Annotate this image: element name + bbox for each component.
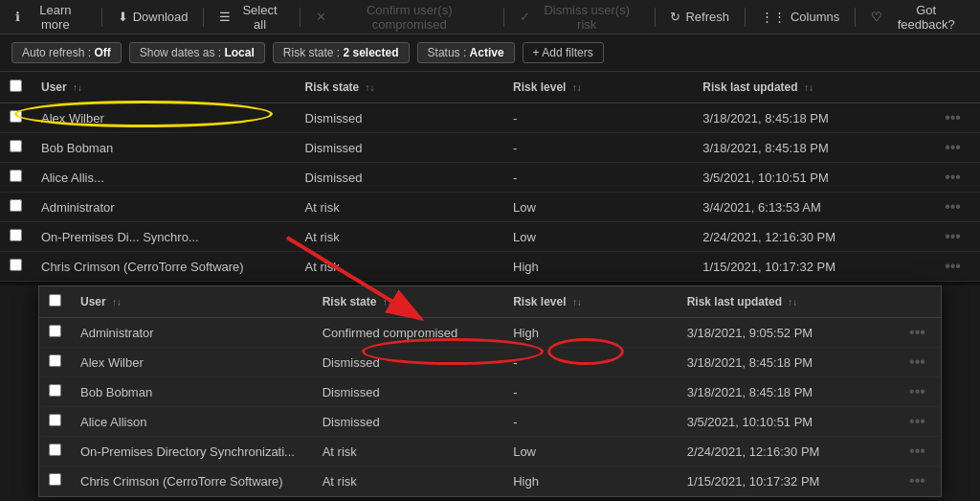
- lower-row-actions-button-1[interactable]: •••: [905, 353, 929, 371]
- lower-table-row[interactable]: Bob Bobman Dismissed - 3/18/2021, 8:45:1…: [39, 377, 941, 407]
- cell-risk-state: Dismissed: [296, 163, 504, 193]
- lower-cell-risk-last-updated: 3/18/2021, 8:45:18 PM: [678, 348, 896, 377]
- cell-risk-state: At risk: [296, 252, 504, 282]
- header-risk-level[interactable]: Risk level ↑↓: [503, 72, 693, 103]
- row-actions-button-1[interactable]: •••: [941, 139, 965, 156]
- lower-cell-actions: •••: [896, 437, 941, 467]
- cell-risk-level: -: [503, 163, 693, 193]
- row-checkbox-5[interactable]: [10, 259, 22, 271]
- lower-row-checkbox-2[interactable]: [49, 384, 61, 397]
- lower-table-row[interactable]: Alex Wilber Dismissed - 3/18/2021, 8:45:…: [39, 348, 941, 377]
- upper-table: User ↑↓ Risk state ↑↓ Risk level ↑↓ Risk…: [0, 72, 980, 282]
- lower-select-all-checkbox[interactable]: [49, 294, 61, 307]
- lower-cell-risk-last-updated: 3/18/2021, 8:45:18 PM: [678, 377, 896, 407]
- row-actions-button-0[interactable]: •••: [941, 109, 965, 126]
- lower-cell-risk-state: Dismissed: [313, 377, 503, 407]
- download-button[interactable]: ⬇ Download: [110, 6, 196, 28]
- lower-header-user[interactable]: User ↑↓: [71, 286, 313, 318]
- lower-risk-updated-sort-icon: ↑↓: [788, 297, 797, 307]
- cell-actions: •••: [931, 222, 980, 252]
- row-actions-button-3[interactable]: •••: [941, 198, 965, 216]
- show-dates-filter[interactable]: Show dates as : Local: [129, 42, 265, 63]
- select-all-checkbox[interactable]: [10, 80, 22, 92]
- select-all-button[interactable]: ☰ Select all: [212, 0, 291, 35]
- lower-row-checkbox-5[interactable]: [49, 473, 61, 486]
- lower-row-checkbox-cell: [39, 377, 71, 407]
- upper-table-body: Alex Wilber Dismissed - 3/18/2021, 8:45:…: [0, 103, 980, 282]
- learn-more-button[interactable]: ℹ Learn more: [8, 0, 94, 35]
- feedback-button[interactable]: ♡ Got feedback?: [863, 0, 972, 35]
- row-checkbox-0[interactable]: [10, 110, 22, 123]
- divider-3: [300, 8, 301, 27]
- lower-risk-level-sort-icon: ↑↓: [572, 297, 582, 307]
- columns-label: Columns: [791, 10, 839, 24]
- upper-table-row[interactable]: Alex Wilber Dismissed - 3/18/2021, 8:45:…: [0, 103, 980, 133]
- lower-table-row[interactable]: On-Premises Directory Synchronizati... A…: [39, 437, 941, 467]
- row-actions-button-2[interactable]: •••: [941, 169, 965, 186]
- upper-table-row[interactable]: Administrator At risk Low 3/4/2021, 6:13…: [0, 193, 980, 222]
- risk-state-filter[interactable]: Risk state : 2 selected: [273, 42, 410, 63]
- upper-table-row[interactable]: Alice Allis... Dismissed - 3/5/2021, 10:…: [0, 163, 980, 193]
- add-filters-button[interactable]: + Add filters: [523, 42, 604, 63]
- header-risk-last-updated[interactable]: Risk last updated ↑↓: [693, 72, 931, 103]
- upper-table-row[interactable]: Bob Bobman Dismissed - 3/18/2021, 8:45:1…: [0, 133, 980, 163]
- row-checkbox-4[interactable]: [10, 229, 22, 241]
- lower-cell-user: On-Premises Directory Synchronizati...: [71, 437, 313, 467]
- lower-row-checkbox-0[interactable]: [49, 325, 61, 337]
- cell-risk-state: Dismissed: [296, 133, 504, 163]
- lower-header-risk-level[interactable]: Risk level ↑↓: [503, 286, 678, 318]
- confirm-compromised-button[interactable]: ✕ Confirm user(s) compromised: [308, 0, 496, 35]
- auto-refresh-filter[interactable]: Auto refresh : Off: [11, 42, 122, 63]
- divider-6: [745, 8, 746, 27]
- lower-cell-actions: •••: [896, 377, 941, 407]
- lower-row-checkbox-3[interactable]: [49, 414, 61, 426]
- row-checkbox-cell: [0, 193, 32, 222]
- lower-cell-risk-state: At risk: [313, 437, 503, 467]
- learn-more-label: Learn more: [25, 3, 86, 32]
- lower-header-risk-last-updated[interactable]: Risk last updated ↑↓: [678, 286, 896, 318]
- lower-row-checkbox-4[interactable]: [49, 444, 61, 456]
- lower-row-checkbox-cell: [39, 437, 71, 467]
- lower-header-risk-state[interactable]: Risk state ↑↓: [313, 286, 503, 318]
- cell-risk-level: -: [503, 103, 693, 133]
- lower-user-sort-icon: ↑↓: [112, 297, 122, 307]
- lower-row-actions-button-2[interactable]: •••: [905, 383, 929, 400]
- lower-row-actions-button-3[interactable]: •••: [905, 413, 929, 430]
- user-sort-icon: ↑↓: [73, 82, 82, 93]
- cell-user: On-Premises Di... Synchro...: [32, 222, 296, 252]
- lower-row-actions-button-5[interactable]: •••: [905, 472, 929, 490]
- cell-user: Chris Crimson (CerroTorre Software): [32, 252, 296, 282]
- cell-risk-last-updated: 2/24/2021, 12:16:30 PM: [693, 222, 931, 252]
- lower-cell-risk-level: High: [503, 467, 678, 496]
- upper-table-row[interactable]: Chris Crimson (CerroTorre Software) At r…: [0, 252, 980, 282]
- lower-table-row[interactable]: Alice Allison Dismissed - 3/5/2021, 10:1…: [39, 407, 941, 437]
- lower-row-actions-button-4[interactable]: •••: [905, 443, 929, 460]
- lower-row-checkbox-1[interactable]: [49, 354, 61, 367]
- row-actions-button-4[interactable]: •••: [941, 228, 965, 245]
- header-risk-state[interactable]: Risk state ↑↓: [296, 72, 504, 103]
- lower-cell-risk-level: -: [503, 377, 678, 407]
- header-user[interactable]: User ↑↓: [32, 72, 296, 103]
- lower-table-section: User ↑↓ Risk state ↑↓ Risk level ↑↓ Risk…: [38, 285, 942, 497]
- cell-actions: •••: [931, 163, 980, 193]
- row-checkbox-2[interactable]: [10, 170, 22, 182]
- row-actions-button-5[interactable]: •••: [941, 258, 965, 275]
- upper-table-row[interactable]: On-Premises Di... Synchro... At risk Low…: [0, 222, 980, 252]
- row-checkbox-3[interactable]: [10, 199, 22, 212]
- lower-row-actions-button-0[interactable]: •••: [905, 324, 929, 341]
- feedback-icon: ♡: [871, 10, 882, 24]
- select-all-icon: ☰: [219, 10, 231, 24]
- lower-table-header-row: User ↑↓ Risk state ↑↓ Risk level ↑↓ Risk…: [39, 286, 941, 318]
- columns-button[interactable]: ⋮⋮ Columns: [753, 6, 847, 28]
- dismiss-risk-button[interactable]: ✓ Dismiss user(s) risk: [512, 0, 647, 35]
- lower-table-row[interactable]: Administrator Confirmed compromised High…: [39, 318, 941, 348]
- cell-risk-level: Low: [503, 193, 693, 222]
- row-checkbox-1[interactable]: [10, 140, 22, 152]
- columns-icon: ⋮⋮: [761, 10, 786, 24]
- status-filter[interactable]: Status : Active: [417, 42, 515, 63]
- cell-risk-last-updated: 3/18/2021, 8:45:18 PM: [693, 103, 931, 133]
- refresh-button[interactable]: ↻ Refresh: [662, 6, 737, 28]
- risk-level-sort-icon: ↑↓: [572, 82, 582, 93]
- lower-cell-risk-level: -: [503, 348, 678, 377]
- lower-table-row[interactable]: Chris Crimson (CerroTorre Software) At r…: [39, 467, 941, 496]
